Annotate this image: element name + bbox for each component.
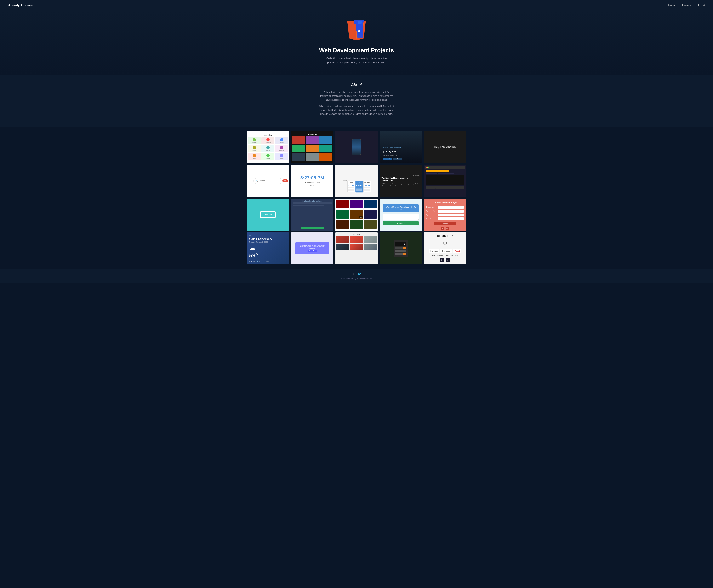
project-card-survey[interactable]: freeCodeCamp Survey Form <box>291 198 334 231</box>
project-card-pricing[interactable]: Pricing Basic $2.99 Pro $5.99 <box>335 165 378 197</box>
hero-title: Web Development Projects <box>4 47 709 54</box>
footer: ⊕ 🐦 © Developed by Aneudy Adames <box>0 269 713 283</box>
svg-text:3: 3 <box>358 29 360 33</box>
search-icon: 🔍 <box>256 180 258 182</box>
weather-date: Monday, January 6, 2020 <box>249 241 287 243</box>
nav-links: Home Projects About <box>668 3 705 7</box>
hero-description: Collection of small web development proj… <box>323 57 390 64</box>
pricing-title: Pricing <box>342 180 347 181</box>
weather-city: San Francisco <box>249 237 287 241</box>
clock-time: 3:27:05 PM <box>300 175 324 181</box>
clickme-button[interactable]: Click Me! <box>260 211 276 218</box>
project-card-counter[interactable]: COUNTER 0 Increase Decrease Reset Auto I… <box>424 232 466 265</box>
giphy-title: Giphy App <box>292 133 333 135</box>
svg-text:5: 5 <box>351 29 352 33</box>
about-title: About <box>4 82 709 87</box>
auto-decrease-label: Auto Decrease <box>446 254 459 256</box>
project-card-cars[interactable]: All Cars <box>335 232 378 265</box>
message-prompt: Write a Message You Would Like To Pass <box>383 205 419 212</box>
linkedin-icon[interactable]: in <box>440 258 444 262</box>
project-card-movies[interactable]: 12.99 <box>335 198 378 231</box>
project-card-tenet[interactable]: ⊕ Online Trailer Theme Test Tenet. Chris… <box>380 131 422 163</box>
clock-format: ☀ 24 hours format <box>300 182 324 184</box>
weather-visibility: 👁 297 <box>264 260 269 262</box>
hero-logo: 3 5 <box>344 19 369 43</box>
github-icon[interactable]: gh <box>446 258 450 262</box>
auto-increase-label: Auto Increase <box>431 254 443 256</box>
portfolio-text: Hey I am Aneudy <box>434 145 456 149</box>
message-submit[interactable]: Write Now <box>383 222 419 225</box>
pokedex-title: Pokédex <box>248 134 288 136</box>
project-card-douglas[interactable]: The Douglas The Douglas Movie awards for… <box>380 165 422 197</box>
project-card-search[interactable]: 🔍 GO <box>247 165 289 197</box>
github-footer-icon[interactable]: ⊕ <box>351 272 354 276</box>
survey-title: freeCodeCamp Survey Form <box>293 200 332 202</box>
cars-title: All Cars <box>353 233 360 235</box>
weather-search: 🔍 <box>249 235 287 237</box>
message-input[interactable] <box>383 213 419 220</box>
twitter-footer-icon[interactable]: 🐦 <box>357 272 362 276</box>
reset-button[interactable]: Reset <box>453 249 462 253</box>
project-card-portfolio[interactable]: Hey I am Aneudy <box>424 131 466 163</box>
percentage-title: Calculate Percentage <box>426 201 464 204</box>
search-button[interactable]: GO <box>282 180 288 183</box>
percentage-calculate[interactable]: Calculate <box>434 223 456 225</box>
modal-box: Lorem ipsum dolor sit amet consectetur a… <box>295 242 329 254</box>
navbar: Aneudy Adames Home Projects About <box>0 0 713 10</box>
nav-link-home[interactable]: Home <box>668 4 675 7</box>
project-card-clickme[interactable]: Click Me! <box>247 198 289 231</box>
search-box: 🔍 GO <box>253 178 283 184</box>
project-card-percentage[interactable]: Calculate Percentage Bill Amount: Tip Pe… <box>424 198 466 231</box>
project-card-modal[interactable]: Lorem ipsum dolor sit amet consectetur a… <box>291 232 334 265</box>
counter-title: COUNTER <box>426 234 464 237</box>
project-card-travel[interactable] <box>335 131 378 163</box>
hero-section: 3 5 Web Development Projects Collection … <box>0 10 713 75</box>
weather-temp: 59° <box>249 252 287 259</box>
weather-humidity: 💧 144 <box>257 260 262 262</box>
nav-link-about[interactable]: About <box>698 4 705 7</box>
project-card-calculator[interactable]: 0 <box>380 232 422 265</box>
about-paragraph-2: When I started to learn how to code, I s… <box>319 104 394 116</box>
about-paragraph-1: This website is a collection of web deve… <box>319 90 394 102</box>
clock-icons: ⊕ ⊖ <box>300 185 324 187</box>
pct-social-icon-2[interactable]: gh <box>446 227 449 230</box>
weather-icon: ☁ <box>249 244 287 251</box>
project-card-pageevolution[interactable] <box>424 165 466 197</box>
search-input[interactable] <box>259 180 282 182</box>
modal-close[interactable]: Close Me <box>308 250 317 252</box>
weather-wind: ↗ Wind <box>249 260 255 262</box>
projects-grid: Pokédex Bulbasaur Charmander Squirtle <box>243 127 470 269</box>
increase-button[interactable]: Increase <box>429 249 440 253</box>
decrease-button[interactable]: Decrease <box>440 249 452 253</box>
project-card-message[interactable]: Write a Message You Would Like To Pass W… <box>380 198 422 231</box>
project-card-weather[interactable]: 🔍 San Francisco Monday, January 6, 2020 … <box>247 232 289 265</box>
nav-brand: Aneudy Adames <box>8 3 33 7</box>
counter-value: 0 <box>426 239 464 247</box>
nav-link-projects[interactable]: Projects <box>682 4 691 7</box>
project-card-pokedex[interactable]: Pokédex Bulbasaur Charmander Squirtle <box>247 131 289 163</box>
project-card-giphy[interactable]: Giphy App <box>291 131 334 163</box>
footer-copyright: © Developed by Aneudy Adames <box>3 277 710 280</box>
project-card-clock[interactable]: 3:27:05 PM ☀ 24 hours format ⊕ ⊖ <box>291 165 334 197</box>
about-section: About This website is a collection of we… <box>0 75 713 127</box>
pct-social-icon[interactable]: in <box>441 227 444 230</box>
